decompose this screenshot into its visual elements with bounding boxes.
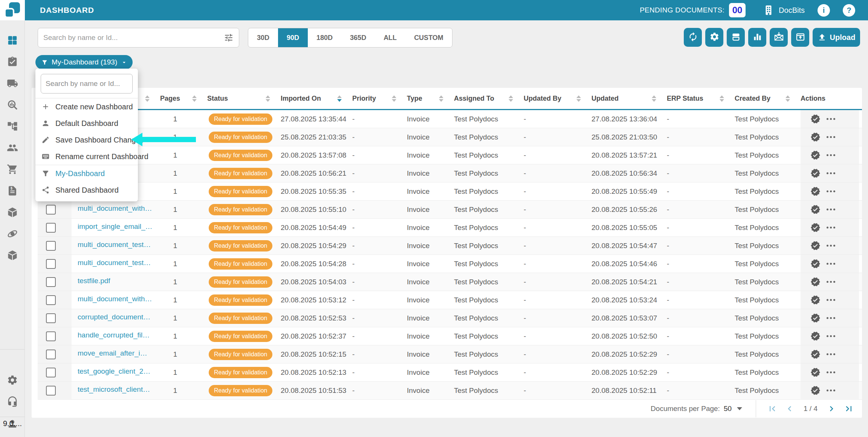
validate-seal-icon[interactable]: [810, 313, 821, 323]
sort-arrows-icon[interactable]: [266, 95, 270, 102]
row-checkbox[interactable]: [46, 241, 56, 251]
more-actions-icon[interactable]: [826, 369, 836, 376]
sort-arrows-icon[interactable]: [192, 95, 197, 102]
prev-page-button[interactable]: [784, 403, 795, 414]
more-actions-icon[interactable]: [826, 315, 836, 321]
more-actions-icon[interactable]: [826, 242, 836, 249]
sidebar-item-packages-2[interactable]: [7, 250, 18, 261]
box-upload-button[interactable]: [791, 28, 809, 47]
range-button-all[interactable]: ALL: [375, 28, 405, 47]
sort-arrows-icon[interactable]: [509, 95, 513, 102]
sidebar-item-integrations[interactable]: [7, 228, 18, 239]
sort-arrows-icon[interactable]: [576, 95, 581, 102]
sidebar-item-invoices[interactable]: $: [7, 185, 18, 196]
range-button-365d[interactable]: 365D: [341, 28, 375, 47]
sidebar-item-tasks[interactable]: [7, 56, 18, 67]
more-actions-icon[interactable]: [826, 279, 836, 285]
row-checkbox[interactable]: [46, 386, 56, 396]
row-checkbox[interactable]: [46, 313, 56, 323]
more-actions-icon[interactable]: [826, 152, 836, 158]
scanner-button[interactable]: [727, 28, 745, 47]
sort-arrows-icon[interactable]: [392, 95, 396, 102]
more-actions-icon[interactable]: [826, 297, 836, 303]
validate-seal-icon[interactable]: [810, 114, 821, 124]
column-header-priority[interactable]: Priority: [352, 88, 407, 109]
menu-item-my-dashboard[interactable]: My-Dashboard: [35, 165, 138, 182]
row-checkbox[interactable]: [46, 259, 56, 269]
validate-seal-icon[interactable]: [810, 241, 821, 251]
document-name-link[interactable]: multi_document_test…: [72, 259, 151, 267]
menu-item-save-dashboard-changes[interactable]: Save Dashboard Changes: [35, 132, 138, 148]
refresh-button[interactable]: [684, 28, 702, 47]
sidebar-item-shipping[interactable]: [7, 78, 18, 89]
next-page-button[interactable]: [826, 403, 837, 414]
range-button-90d[interactable]: 90D: [278, 28, 308, 47]
first-page-button[interactable]: [767, 403, 778, 414]
menu-item-rename-current-dashboard[interactable]: Rename current Dashboard: [35, 148, 138, 165]
more-actions-icon[interactable]: [826, 261, 836, 267]
column-header-updated-by[interactable]: Updated By: [524, 88, 591, 109]
sort-arrows-icon[interactable]: [720, 95, 724, 102]
sidebar-item-support[interactable]: [7, 396, 18, 407]
range-button-custom[interactable]: CUSTOM: [405, 28, 452, 47]
validate-seal-icon[interactable]: [810, 295, 821, 305]
more-actions-icon[interactable]: [826, 188, 836, 195]
document-name-link[interactable]: test_microsoft_client…: [72, 385, 150, 394]
row-checkbox[interactable]: [46, 331, 56, 341]
validate-seal-icon[interactable]: [810, 349, 821, 359]
document-name-link[interactable]: multi_document_test…: [72, 241, 151, 249]
app-logo[interactable]: [0, 0, 25, 20]
search-input[interactable]: [43, 34, 224, 42]
more-actions-icon[interactable]: [826, 351, 836, 357]
column-header-assigned-to[interactable]: Assigned To: [454, 88, 524, 109]
sidebar-item-settings[interactable]: [7, 374, 18, 386]
validate-seal-icon[interactable]: [810, 204, 821, 215]
validate-seal-icon[interactable]: [810, 367, 821, 377]
sort-arrows-icon[interactable]: [145, 95, 150, 102]
row-checkbox[interactable]: [46, 350, 56, 359]
dashboard-search-input[interactable]: [46, 80, 128, 88]
column-header-status[interactable]: Status: [207, 88, 281, 109]
dashboard-selector-pill[interactable]: My-Dashboard (193): [35, 55, 133, 69]
more-actions-icon[interactable]: [826, 333, 836, 339]
row-checkbox[interactable]: [46, 223, 56, 233]
column-header-imported-on[interactable]: Imported On: [281, 88, 352, 109]
filter-tune-icon[interactable]: [224, 33, 234, 43]
upload-button[interactable]: Upload: [813, 28, 860, 47]
column-header-pages[interactable]: Pages: [160, 88, 207, 109]
gear-button[interactable]: [705, 28, 723, 47]
document-name-link[interactable]: import_single_email_…: [72, 222, 153, 231]
document-name-link[interactable]: test_google_client_20…: [72, 367, 153, 376]
sort-arrows-icon[interactable]: [439, 95, 443, 102]
sidebar-item-analytics[interactable]: [7, 99, 18, 110]
sort-arrows-icon[interactable]: [785, 95, 790, 102]
validate-seal-icon[interactable]: [810, 385, 821, 396]
validate-seal-icon[interactable]: [810, 150, 821, 160]
info-icon[interactable]: i: [818, 4, 830, 17]
sidebar-item-packages[interactable]: [7, 207, 18, 218]
range-button-30d[interactable]: 30D: [248, 28, 278, 47]
documents-per-page-select[interactable]: Documents per Page: 50: [651, 405, 742, 413]
range-button-180d[interactable]: 180D: [308, 28, 341, 47]
sidebar-item-purchasing[interactable]: [7, 164, 18, 175]
more-actions-icon[interactable]: [826, 206, 836, 213]
last-page-button[interactable]: [843, 403, 854, 414]
row-checkbox[interactable]: [46, 277, 56, 287]
document-name-link[interactable]: corrupted_document…: [72, 313, 150, 321]
column-header-erp-status[interactable]: ERP Status: [667, 88, 735, 109]
validate-seal-icon[interactable]: [810, 222, 821, 233]
more-actions-icon[interactable]: [826, 116, 836, 122]
more-actions-icon[interactable]: [826, 134, 836, 140]
row-checkbox[interactable]: [46, 368, 56, 377]
column-header-type[interactable]: Type: [407, 88, 454, 109]
column-header-updated[interactable]: Updated: [591, 88, 667, 109]
menu-item-default-dashboard[interactable]: Default Dashboard: [35, 115, 138, 132]
more-actions-icon[interactable]: [826, 387, 836, 394]
row-checkbox[interactable]: [46, 295, 56, 305]
validate-seal-icon[interactable]: [810, 331, 821, 341]
more-actions-icon[interactable]: [826, 224, 836, 231]
sidebar-item-users[interactable]: [7, 142, 18, 153]
validate-seal-icon[interactable]: [810, 132, 821, 142]
document-name-link[interactable]: handle_corrupted_file…: [72, 331, 153, 339]
menu-item-shared-dashbaord[interactable]: Shared Dashbaord: [35, 182, 138, 198]
